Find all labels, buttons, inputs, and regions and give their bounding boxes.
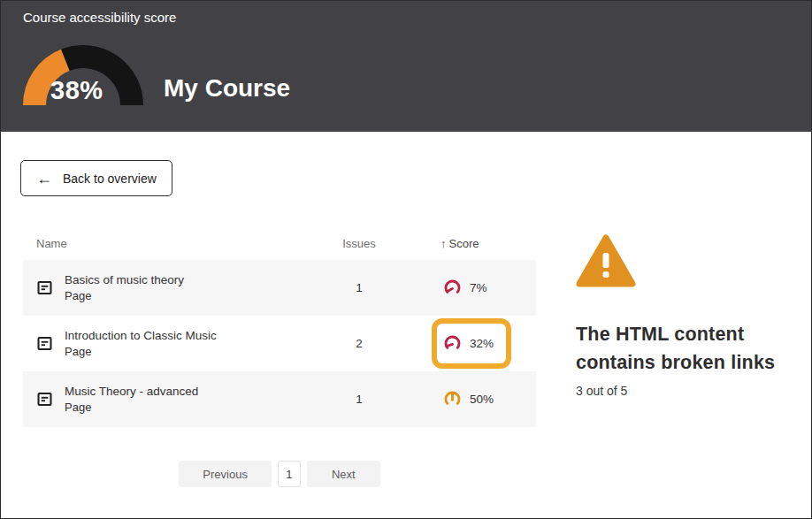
page-document-icon (37, 392, 52, 407)
content-name-lines: Music Theory - advanced Page (65, 384, 198, 415)
score-gauge-icon (443, 390, 462, 408)
score-cell[interactable]: 32% (399, 316, 536, 371)
score-cell[interactable]: 50% (399, 371, 536, 427)
header-eyebrow-label: Course accessibility score (23, 10, 176, 25)
column-header-score[interactable]: ↑ Score (399, 237, 536, 250)
score-value: 32% (470, 337, 494, 350)
score-gauge-icon (443, 279, 462, 297)
score-value: 7% (470, 281, 487, 294)
table-row[interactable]: Basics of music theory Page 1 7% (23, 260, 536, 316)
score-gauge-icon (443, 334, 462, 353)
warning-triangle-icon (576, 234, 636, 287)
page-document-icon (37, 336, 52, 351)
column-header-issues[interactable]: Issues (319, 237, 399, 250)
content-type: Page (65, 400, 198, 415)
page-document-icon (37, 280, 52, 295)
content-name-cell: Music Theory - advanced Page (23, 384, 319, 415)
issue-heading: The HTML content contains broken links (576, 320, 812, 377)
back-to-overview-button[interactable]: ← Back to overview (20, 160, 172, 196)
content-title: Basics of music theory (65, 272, 184, 288)
page-number-button[interactable]: 1 (278, 461, 301, 487)
issues-count: 1 (319, 281, 399, 294)
score-cell[interactable]: 7% (399, 260, 536, 316)
sort-ascending-icon: ↑ (440, 237, 447, 250)
content-type: Page (65, 288, 184, 303)
content-name-cell: Introduction to Classic Music Page (23, 328, 319, 359)
table-body: Basics of music theory Page 1 7% (23, 260, 536, 427)
left-arrow-icon: ← (36, 171, 52, 187)
issues-count: 2 (319, 337, 399, 350)
content-type: Page (65, 344, 217, 359)
column-header-name[interactable]: Name (23, 237, 319, 250)
issues-count: 1 (319, 393, 399, 406)
content-name-cell: Basics of music theory Page (23, 272, 319, 303)
previous-page-button[interactable]: Previous (179, 461, 272, 487)
issue-detail-panel: The HTML content contains broken links 3… (576, 234, 812, 398)
app-window: Course accessibility score 38% My Course… (0, 0, 812, 519)
score-value: 50% (470, 393, 494, 406)
course-header: Course accessibility score 38% My Course (1, 1, 811, 132)
table-header-row: Name Issues ↑ Score (23, 227, 536, 260)
table-row[interactable]: Music Theory - advanced Page 1 50% (23, 371, 536, 427)
score-header-label: Score (449, 237, 479, 250)
next-page-button[interactable]: Next (307, 461, 380, 487)
content-name-lines: Basics of music theory Page (65, 272, 184, 303)
course-score-value: 38% (50, 76, 103, 105)
content-title: Music Theory - advanced (65, 384, 198, 400)
pagination: Previous 1 Next (23, 461, 536, 487)
issue-count: 3 out of 5 (576, 384, 812, 398)
back-button-label: Back to overview (63, 172, 157, 186)
accessibility-items-table: Name Issues ↑ Score Basics of music theo… (23, 227, 536, 427)
course-title: My Course (164, 74, 290, 103)
content-name-lines: Introduction to Classic Music Page (65, 328, 217, 359)
content-title: Introduction to Classic Music (65, 328, 217, 344)
table-row[interactable]: Introduction to Classic Music Page 2 32% (23, 316, 536, 371)
